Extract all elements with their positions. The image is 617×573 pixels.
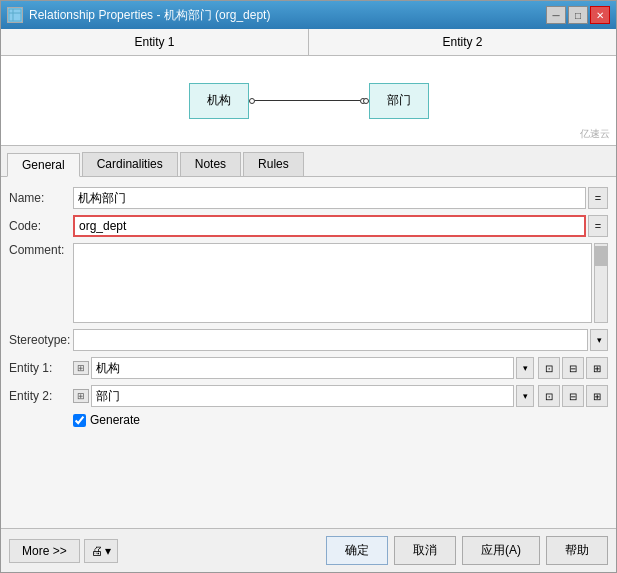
connector-right-line <box>307 100 360 101</box>
watermark: 亿速云 <box>580 127 610 141</box>
generate-checkbox[interactable] <box>73 414 86 427</box>
entity1-label: Entity 1: <box>9 361 69 375</box>
entity2-row: Entity 2: ⊞ ▾ ⊡ ⊟ ⊞ <box>9 385 608 407</box>
entity1-dropdown-button[interactable]: ▾ <box>516 357 534 379</box>
entity2-browse-button[interactable]: ⊟ <box>562 385 584 407</box>
entity1-header: Entity 1 <box>1 29 309 55</box>
code-input[interactable] <box>73 215 586 237</box>
confirm-button[interactable]: 确定 <box>326 536 388 565</box>
name-input[interactable] <box>73 187 586 209</box>
comment-label: Comment: <box>9 243 69 257</box>
name-row: Name: = <box>9 187 608 209</box>
help-button[interactable]: 帮助 <box>546 536 608 565</box>
window-title: Relationship Properties - 机构部门 (org_dept… <box>29 7 270 24</box>
main-window: Relationship Properties - 机构部门 (org_dept… <box>0 0 617 573</box>
code-label: Code: <box>9 219 69 233</box>
comment-scrollbar[interactable] <box>594 243 608 323</box>
entity2-label: Entity 2: <box>9 389 69 403</box>
entity2-header: Entity 2 <box>309 29 616 55</box>
generate-checkbox-wrap: Generate <box>73 413 140 427</box>
entity2-table-icon: ⊞ <box>73 389 89 403</box>
entity-header: Entity 1 Entity 2 <box>1 29 616 56</box>
footer-right: 确定 取消 应用(A) 帮助 <box>326 536 608 565</box>
cancel-button[interactable]: 取消 <box>394 536 456 565</box>
entity2-box: 部门 <box>369 83 429 119</box>
comment-textarea-wrap <box>73 243 608 323</box>
entity1-box: 机构 <box>189 83 249 119</box>
tab-general[interactable]: General <box>7 153 80 177</box>
diagram-area: 机构 部门 亿速云 <box>1 56 616 146</box>
content-area: Name: = Code: = Comment: <box>1 177 616 528</box>
entity1-table-icon: ⊞ <box>73 361 89 375</box>
connector-left-line <box>255 100 308 101</box>
entity2-input[interactable] <box>91 385 514 407</box>
maximize-button[interactable]: □ <box>568 6 588 24</box>
print-dropdown-arrow: ▾ <box>105 544 111 558</box>
stereotype-input[interactable] <box>73 329 588 351</box>
apply-button[interactable]: 应用(A) <box>462 536 540 565</box>
title-bar-left: Relationship Properties - 机构部门 (org_dept… <box>7 7 270 24</box>
tab-cardinalities[interactable]: Cardinalities <box>82 152 178 176</box>
title-bar: Relationship Properties - 机构部门 (org_dept… <box>1 1 616 29</box>
tabs-row: General Cardinalities Notes Rules <box>1 146 616 177</box>
name-label: Name: <box>9 191 69 205</box>
entity1-new-button[interactable]: ⊞ <box>586 357 608 379</box>
name-eq-button[interactable]: = <box>588 187 608 209</box>
footer-bar: More >> 🖨 ▾ 确定 取消 应用(A) 帮助 <box>1 528 616 572</box>
tab-rules[interactable]: Rules <box>243 152 304 176</box>
entity1-select-wrap: ⊞ ▾ <box>73 357 534 379</box>
entity1-props-button[interactable]: ⊡ <box>538 357 560 379</box>
name-input-wrap: = <box>73 187 608 209</box>
code-input-wrap: = <box>73 215 608 237</box>
footer-left: More >> 🖨 ▾ <box>9 539 118 563</box>
stereotype-label: Stereotype: <box>9 333 69 347</box>
connector-line <box>249 98 369 104</box>
svg-rect-0 <box>9 9 21 21</box>
stereotype-input-wrap: ▾ <box>73 329 608 351</box>
stereotype-dropdown-button[interactable]: ▾ <box>590 329 608 351</box>
window-icon <box>7 7 23 23</box>
more-button[interactable]: More >> <box>9 539 80 563</box>
stereotype-row: Stereotype: ▾ <box>9 329 608 351</box>
entity1-action-buttons: ⊡ ⊟ ⊞ <box>538 357 608 379</box>
entity1-input[interactable] <box>91 357 514 379</box>
entity2-action-buttons: ⊡ ⊟ ⊞ <box>538 385 608 407</box>
comment-row: Comment: <box>9 243 608 323</box>
code-row: Code: = <box>9 215 608 237</box>
close-button[interactable]: ✕ <box>590 6 610 24</box>
print-button[interactable]: 🖨 ▾ <box>84 539 118 563</box>
entity2-new-button[interactable]: ⊞ <box>586 385 608 407</box>
comment-textarea[interactable] <box>73 243 592 323</box>
scroll-thumb <box>595 246 607 266</box>
minimize-button[interactable]: ─ <box>546 6 566 24</box>
title-buttons: ─ □ ✕ <box>546 6 610 24</box>
generate-label: Generate <box>90 413 140 427</box>
generate-row: Generate <box>73 413 608 427</box>
print-icon: 🖨 <box>91 544 103 558</box>
entity2-props-button[interactable]: ⊡ <box>538 385 560 407</box>
entity1-browse-button[interactable]: ⊟ <box>562 357 584 379</box>
entity2-select-wrap: ⊞ ▾ <box>73 385 534 407</box>
entity2-dropdown-button[interactable]: ▾ <box>516 385 534 407</box>
tab-notes[interactable]: Notes <box>180 152 241 176</box>
entity1-row: Entity 1: ⊞ ▾ ⊡ ⊟ ⊞ <box>9 357 608 379</box>
code-eq-button[interactable]: = <box>588 215 608 237</box>
